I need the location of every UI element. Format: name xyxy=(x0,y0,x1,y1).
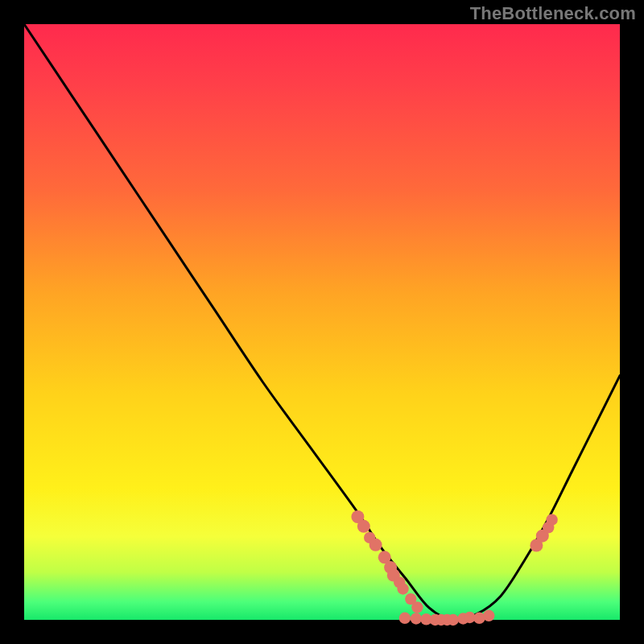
curve-svg xyxy=(24,24,620,620)
marker-dot xyxy=(397,583,408,594)
marker-dot xyxy=(411,601,423,613)
marker-dot xyxy=(546,514,557,526)
marker-dot xyxy=(399,613,411,624)
marker-dot xyxy=(448,614,459,625)
chart-frame: TheBottleneck.com xyxy=(0,0,644,644)
marker-dot xyxy=(483,610,494,621)
bottleneck-curve xyxy=(24,24,620,620)
marker-dot xyxy=(369,539,382,551)
plot-area xyxy=(24,24,620,620)
marker-dot xyxy=(411,613,422,624)
marker-dot xyxy=(357,520,370,533)
attribution-label: TheBottleneck.com xyxy=(470,3,636,24)
highlight-markers xyxy=(351,510,557,625)
